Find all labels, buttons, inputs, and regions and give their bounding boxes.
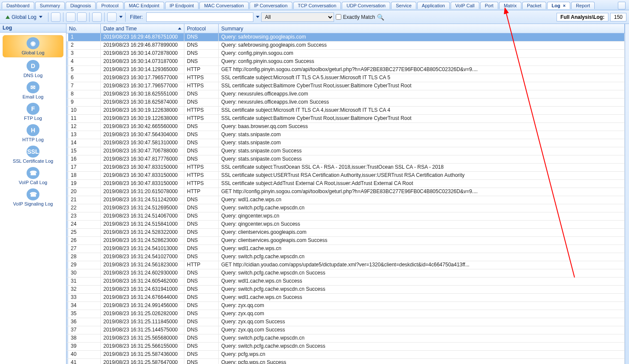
table-row[interactable]: 372019/08/23 16:31:25.144575000DNSQuery:… (66, 326, 625, 334)
tab-tcp-conversation[interactable]: TCP Conversation (293, 2, 341, 9)
table-row[interactable]: 142019/08/23 16:30:47.581310000DNSQuery:… (66, 139, 625, 147)
table-row[interactable]: 22019/08/23 16:29:46.877899000DNSQuery: … (66, 42, 625, 50)
refresh-button[interactable] (107, 12, 117, 22)
exactly-match-input[interactable] (336, 14, 341, 20)
table-row[interactable]: 202019/08/23 16:31:20.615078000HTTPGET h… (66, 188, 625, 196)
table-row[interactable]: 392019/08/23 16:31:25.566155000DNSQuery:… (66, 343, 625, 351)
table-row[interactable]: 192019/08/23 16:30:47.833150000HTTPSSSL … (66, 180, 625, 188)
table-row[interactable]: 62019/08/23 16:30:17.796577000HTTPSSSL c… (66, 74, 625, 82)
filter-scope-select[interactable]: All (261, 12, 334, 22)
table-row[interactable]: 82019/08/23 16:30:18.625551000DNSQuery: … (66, 90, 625, 98)
tab-protocol[interactable]: Protocol (96, 2, 123, 9)
tab-service[interactable]: Service (391, 2, 416, 9)
sidebar-item-voip-signaling-log[interactable]: ☎VoIP Signaling Log (0, 187, 66, 208)
tab-voip-call[interactable]: VoIP Call (451, 2, 479, 9)
cell-dt: 2019/08/23 16:31:24.515841000 (101, 221, 184, 228)
tab-ip-endpoint[interactable]: IP Endpoint (165, 2, 199, 9)
table-row[interactable]: 222019/08/23 16:31:24.512695000DNSQuery:… (66, 204, 625, 212)
save-button[interactable] (51, 12, 60, 22)
table-row[interactable]: 322019/08/23 16:31:24.631941000DNSQuery:… (66, 286, 625, 294)
tab-ip-conversation[interactable]: IP Conversation (250, 2, 292, 9)
sidebar-item-ftp-log[interactable]: FFTP Log (0, 101, 66, 122)
sidebar-item-global-log[interactable]: ◉Global Log (3, 35, 63, 57)
table-row[interactable]: 92019/08/23 16:30:18.625874000DNSQuery: … (66, 98, 625, 107)
cell-sm: Query: nexusrules.officeapps.live.com Su… (219, 98, 625, 106)
table-row[interactable]: 152019/08/23 16:30:47.706788000DNSQuery:… (66, 147, 625, 155)
table-row[interactable]: 272019/08/23 16:31:24.541013000DNSQuery:… (66, 245, 625, 253)
options-button[interactable] (92, 12, 102, 22)
tab-udp-conversation[interactable]: UDP Conversation (342, 2, 390, 9)
col-summary-header[interactable]: Summary (219, 24, 625, 33)
tab-mac-endpoint[interactable]: MAC Endpoint (124, 2, 164, 9)
cell-pr: DNS (184, 351, 219, 358)
table-row[interactable]: 362019/08/23 16:31:25.111845000DNSQuery:… (66, 318, 625, 326)
table-row[interactable]: 112019/08/23 16:30:19.122638000HTTPSSSL … (66, 115, 625, 123)
table-row[interactable]: 122019/08/23 16:30:42.665560000DNSQuery:… (66, 123, 625, 131)
cell-dt: 2019/08/23 16:30:47.817776000 (101, 155, 184, 163)
tab-diagnosis[interactable]: Diagnosis (66, 2, 96, 9)
cell-pr: DNS (184, 302, 219, 310)
cell-dt: 2019/08/23 16:31:25.587647000 (101, 359, 184, 364)
col-no-header[interactable]: No. (66, 24, 101, 33)
table-row[interactable]: 162019/08/23 16:30:47.817776000DNSQuery:… (66, 155, 625, 164)
cut-button[interactable] (66, 12, 75, 22)
table-row[interactable]: 212019/08/23 16:31:24.511242000DNSQuery:… (66, 196, 625, 204)
table-row[interactable]: 332019/08/23 16:31:24.676644000DNSQuery:… (66, 294, 625, 302)
table-row[interactable]: 72019/08/23 16:30:17.796577000HTTPSSSL c… (66, 82, 625, 90)
tab-mac-conversation[interactable]: MAC Conversation (199, 2, 248, 9)
sidebar-item-ssl-certificate-log[interactable]: SSLSSL Certificate Log (0, 144, 66, 165)
tab-application[interactable]: Application (417, 2, 450, 9)
table-row[interactable]: 412019/08/23 16:31:25.587647000DNSQuery:… (66, 359, 625, 364)
tab-report[interactable]: Report (571, 2, 595, 9)
exactly-match-checkbox[interactable]: Exactly Match (336, 14, 375, 20)
table-row[interactable]: 402019/08/23 16:31:25.587436000DNSQuery:… (66, 351, 625, 359)
table-row[interactable]: 312019/08/23 16:31:24.605462000DNSQuery:… (66, 277, 625, 286)
sidebar-items: ◉Global LogDDNS Log✉Email LogFFTP LogHHT… (0, 33, 66, 364)
sidebar-item-http-log[interactable]: HHTTP Log (0, 122, 66, 144)
table-row[interactable]: 12019/08/23 16:29:46.876751000DNSQuery: … (66, 33, 625, 42)
sidebar-item-dns-log[interactable]: DDNS Log (0, 58, 66, 80)
table-row[interactable]: 282019/08/23 16:31:24.541027000DNSQuery:… (66, 253, 625, 261)
status-count: 150 (610, 13, 626, 21)
tab-port[interactable]: Port (480, 2, 498, 9)
tab-packet[interactable]: Packet (522, 2, 546, 9)
filter-input[interactable] (146, 12, 253, 22)
grid-body[interactable]: 12019/08/23 16:29:46.876751000DNSQuery: … (66, 33, 625, 364)
cell-sm: Query: stats.snipaste.com (219, 139, 625, 147)
table-row[interactable]: 132019/08/23 16:30:47.564304000DNSQuery:… (66, 131, 625, 139)
right-collapse-bar[interactable] (625, 24, 629, 364)
col-protocol-header[interactable]: Protocol (184, 24, 219, 33)
search-icon[interactable]: 🔍 (377, 14, 384, 21)
table-row[interactable]: 252019/08/23 16:31:24.528322000DNSQuery:… (66, 229, 625, 237)
table-row[interactable]: 42019/08/23 16:30:14.073187000DNSQuery: … (66, 58, 625, 66)
table-row[interactable]: 302019/08/23 16:31:24.602930000DNSQuery:… (66, 269, 625, 277)
global-log-button[interactable]: Global Log (3, 12, 45, 22)
table-row[interactable]: 182019/08/23 16:30:47.833150000HTTPSSSL … (66, 172, 625, 180)
tab-matrix[interactable]: Matrix (499, 2, 521, 9)
table-row[interactable]: 242019/08/23 16:31:24.515841000DNSQuery:… (66, 221, 625, 229)
find-button[interactable] (77, 12, 87, 22)
table-row[interactable]: 52019/08/23 16:30:14.129365000HTTPGET ht… (66, 66, 625, 74)
cell-no: 32 (66, 286, 101, 293)
tab-summary[interactable]: Summary (35, 2, 65, 9)
table-row[interactable]: 262019/08/23 16:31:24.528623000DNSQuery:… (66, 237, 625, 245)
table-row[interactable]: 342019/08/23 16:31:24.991456000DNSQuery:… (66, 302, 625, 310)
table-row[interactable]: 232019/08/23 16:31:24.514067000DNSQuery:… (66, 212, 625, 221)
close-icon[interactable]: × (563, 3, 566, 8)
table-row[interactable]: 352019/08/23 16:31:25.026282000DNSQuery:… (66, 310, 625, 318)
chevron-down-icon[interactable] (256, 16, 259, 18)
table-row[interactable]: 292019/08/23 16:31:24.561823000HTTPGET h… (66, 261, 625, 269)
table-row[interactable]: 32019/08/23 16:30:14.072878000DNSQuery: … (66, 50, 625, 58)
table-row[interactable]: 172019/08/23 16:30:47.833150000HTTPSSSL … (66, 164, 625, 172)
cell-no: 27 (66, 245, 101, 253)
settings-icon[interactable] (618, 2, 626, 9)
table-row[interactable]: 382019/08/23 16:31:25.565680000DNSQuery:… (66, 334, 625, 343)
sidebar-item-email-log[interactable]: ✉Email Log (0, 80, 66, 101)
tab-log[interactable]: Log× (547, 2, 571, 9)
tab-dashboard[interactable]: Dashboard (2, 2, 34, 9)
table-row[interactable]: 102019/08/23 16:30:19.122638000HTTPSSSL … (66, 107, 625, 115)
sidebar-item-voip-call-log[interactable]: ☎VoIP Call Log (0, 165, 66, 187)
col-datetime-header[interactable]: Date and Time (101, 24, 184, 33)
chevron-down-icon[interactable] (119, 16, 123, 18)
cell-no: 2 (66, 42, 101, 49)
